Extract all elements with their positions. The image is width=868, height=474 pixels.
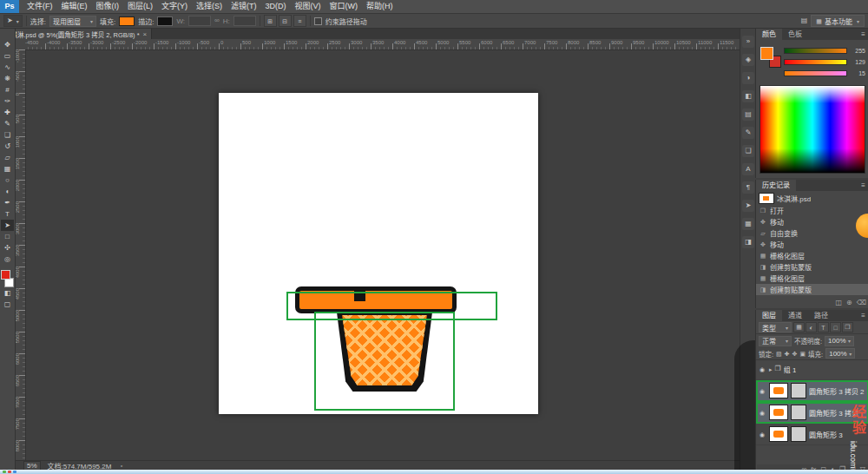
eyedropper-tool[interactable]: ✑ bbox=[1, 95, 14, 107]
navigator-panel-icon[interactable]: ◈ bbox=[742, 54, 754, 66]
foreground-color-swatch[interactable] bbox=[760, 47, 773, 60]
slider-track[interactable] bbox=[784, 59, 847, 65]
history-snapshot-row[interactable]: 冰淇淋.psd bbox=[756, 191, 868, 205]
status-options-icon[interactable]: ‣ bbox=[120, 463, 123, 469]
slider-track[interactable] bbox=[784, 70, 847, 76]
vector-path-outline-cup[interactable] bbox=[314, 312, 455, 411]
zoom-tool[interactable]: ◎ bbox=[1, 253, 14, 265]
history-step-rasterize-2[interactable]: ▦ 栅格化图层 bbox=[756, 273, 868, 284]
panel-menu-icon[interactable]: ≡ bbox=[861, 30, 865, 38]
delete-state-icon[interactable]: ⌫ bbox=[857, 300, 866, 306]
pen-tool[interactable]: ✒ bbox=[1, 197, 14, 208]
slider-value[interactable]: 129 bbox=[850, 59, 865, 65]
styles-panel-icon[interactable]: ▤ bbox=[742, 109, 754, 121]
slider-track[interactable] bbox=[784, 48, 847, 54]
shape-tool[interactable]: □ bbox=[1, 231, 14, 242]
menu-help[interactable]: 帮助(H) bbox=[362, 0, 398, 13]
lasso-tool[interactable]: ∿ bbox=[1, 62, 14, 73]
history-step-clipping-mask-1[interactable]: ◨ 创建剪贴蒙版 bbox=[756, 261, 868, 273]
history-step-open[interactable]: ❐ 打开 bbox=[756, 205, 868, 216]
document-tab[interactable]: 冰淇淋.psd @ 5%(圆角矩形 3 拷贝 2, RGB/8) * × bbox=[0, 29, 152, 39]
tab-color[interactable]: 颜色 bbox=[756, 29, 782, 40]
type-tool[interactable]: T bbox=[1, 208, 14, 220]
layer-row-group-1[interactable]: ◉ ▸ ❐ 组 1 bbox=[756, 359, 868, 380]
menu-select[interactable]: 选择(S) bbox=[192, 0, 227, 13]
fill-color-swatch[interactable] bbox=[119, 16, 135, 26]
layer-thumbnail[interactable] bbox=[769, 426, 788, 442]
paths-panel-icon[interactable]: ➤ bbox=[742, 200, 754, 212]
tool-preset-picker[interactable]: ➤ ▾ bbox=[3, 15, 23, 27]
menu-3d[interactable]: 3D(D) bbox=[261, 0, 291, 13]
color-spectrum[interactable] bbox=[760, 85, 865, 174]
gradient-tool[interactable]: ▦ bbox=[1, 163, 14, 174]
collapse-dock-icon[interactable]: » bbox=[742, 36, 754, 48]
menu-layer[interactable]: 图层(L) bbox=[123, 0, 157, 13]
layer-thumbnail[interactable] bbox=[769, 383, 788, 398]
new-doc-from-state-icon[interactable]: ⊕ bbox=[846, 300, 852, 306]
lock-pixels-icon[interactable]: ✚ bbox=[785, 351, 790, 357]
layer-visibility-toggle[interactable]: ◉ bbox=[758, 388, 766, 394]
path-arrange-button[interactable]: ≡ bbox=[293, 15, 306, 27]
layer-visibility-toggle[interactable]: ◉ bbox=[758, 431, 766, 438]
tab-channels[interactable]: 通道 bbox=[782, 310, 808, 321]
tab-layers[interactable]: 图层 bbox=[756, 310, 782, 321]
workspace-switcher[interactable]: ▦ 基本功能 ▾ bbox=[811, 15, 865, 27]
brush-panel-icon[interactable]: ✎ bbox=[742, 127, 754, 139]
menu-edit[interactable]: 编辑(E) bbox=[57, 0, 92, 13]
quick-selection-tool[interactable]: ❋ bbox=[1, 73, 14, 84]
character-panel-icon[interactable]: A bbox=[742, 163, 754, 175]
path-selection-tool[interactable]: ➤ bbox=[1, 220, 14, 231]
crop-tool[interactable]: # bbox=[1, 84, 14, 95]
eraser-tool[interactable]: ▱ bbox=[1, 152, 14, 163]
lock-transparent-icon[interactable]: ▧ bbox=[776, 351, 782, 357]
group-expand-icon[interactable]: ▸ bbox=[769, 366, 773, 372]
document-canvas[interactable] bbox=[219, 93, 538, 414]
new-snapshot-icon[interactable]: ◫ bbox=[835, 300, 842, 306]
history-step-clipping-mask-2[interactable]: ◨ 创建剪贴蒙版 bbox=[756, 284, 868, 295]
move-tool[interactable]: ✥ bbox=[1, 39, 14, 50]
tab-history[interactable]: 历史记录 bbox=[756, 180, 796, 191]
menu-window[interactable]: 窗口(W) bbox=[326, 0, 363, 13]
healing-brush-tool[interactable]: ✚ bbox=[1, 107, 14, 118]
blend-mode-dropdown[interactable]: 正常▾ bbox=[759, 336, 792, 346]
filter-shape-layers-icon[interactable]: □ bbox=[830, 322, 841, 332]
history-step-rasterize-1[interactable]: ▦ 栅格化图层 bbox=[756, 250, 868, 261]
dodge-tool[interactable]: ◖ bbox=[1, 186, 14, 197]
canvas-area[interactable] bbox=[25, 49, 740, 460]
channels-panel-icon[interactable]: ▦ bbox=[742, 218, 754, 230]
layer-thumbnail[interactable] bbox=[769, 405, 788, 420]
panel-menu-icon[interactable]: ≡ bbox=[861, 181, 865, 189]
filter-pixel-layers-icon[interactable]: ▦ bbox=[793, 322, 805, 332]
close-tab-icon[interactable]: × bbox=[143, 30, 148, 38]
panel-grid-icon[interactable]: ▤ bbox=[801, 17, 808, 24]
constrain-path-checkbox[interactable] bbox=[314, 17, 322, 25]
select-mode-dropdown[interactable]: 现用图层▾ bbox=[49, 16, 96, 27]
history-step-free-transform[interactable]: ▱ 自由变换 bbox=[756, 227, 868, 239]
stroke-color-swatch[interactable] bbox=[157, 16, 173, 26]
blur-tool[interactable]: ○ bbox=[1, 174, 14, 186]
properties-panel-icon[interactable]: ◨ bbox=[742, 236, 754, 248]
filter-type-layers-icon[interactable]: T bbox=[818, 322, 829, 332]
link-dimensions-icon[interactable]: ∞ bbox=[214, 17, 220, 24]
paragraph-panel-icon[interactable]: ¶ bbox=[742, 181, 754, 194]
history-brush-tool[interactable]: ↺ bbox=[1, 141, 14, 152]
brush-tool[interactable]: ✎ bbox=[1, 118, 14, 129]
history-step-move-2[interactable]: ✥ 移动 bbox=[756, 239, 868, 250]
width-input[interactable] bbox=[188, 16, 211, 26]
filter-smart-objects-icon[interactable]: ❐ bbox=[842, 322, 853, 332]
vector-mask-thumbnail[interactable] bbox=[791, 383, 806, 398]
history-step-move-1[interactable]: ✥ 移动 bbox=[756, 216, 868, 227]
tab-paths[interactable]: 路径 bbox=[808, 310, 834, 321]
menu-view[interactable]: 视图(V) bbox=[291, 0, 326, 13]
quick-mask-button[interactable]: ◧ bbox=[1, 287, 14, 299]
menu-image[interactable]: 图像(I) bbox=[92, 0, 124, 13]
windows-taskbar[interactable] bbox=[0, 470, 868, 474]
vector-mask-thumbnail[interactable] bbox=[791, 426, 806, 442]
info-panel-icon[interactable]: ◑ bbox=[742, 72, 754, 84]
clone-stamp-tool[interactable]: ❏ bbox=[1, 129, 14, 141]
layer-visibility-toggle[interactable]: ◉ bbox=[758, 410, 766, 416]
path-align-button[interactable]: ⊟ bbox=[279, 15, 292, 27]
layer-row-rounded-rect-3-copy-2[interactable]: ◉ ▸ ❐ 圆角矩形 3 拷贝 2 bbox=[756, 380, 868, 402]
screen-mode-button[interactable]: ▢ bbox=[1, 299, 14, 310]
slider-value[interactable]: 255 bbox=[850, 48, 865, 54]
